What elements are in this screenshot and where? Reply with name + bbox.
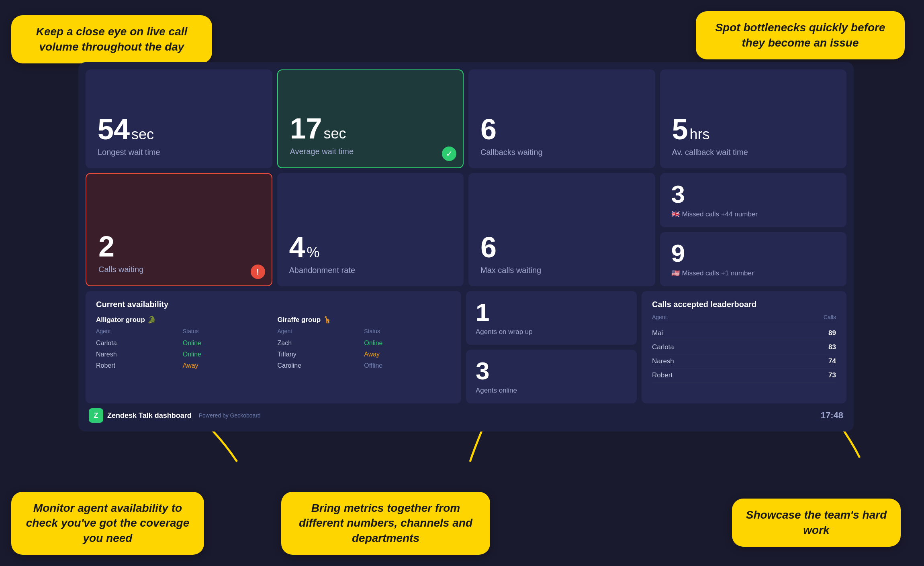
- missed-plus1-label: 🇺🇸 Missed calls +1 number: [671, 269, 836, 277]
- table-row: Zach Online: [278, 338, 451, 349]
- max-calls-waiting-card: 6 Max calls waiting: [468, 173, 655, 286]
- footer-brand-text: Zendesk Talk dashboard: [107, 411, 192, 420]
- calls-waiting-label: Calls waiting: [98, 265, 260, 274]
- table-row: Robert Away: [96, 360, 270, 371]
- callout-bottom-left: Monitor agent availability to check you'…: [11, 492, 204, 555]
- red-alert-icon: !: [251, 265, 265, 279]
- callout-bottom-center: Bring metrics together from different nu…: [281, 492, 490, 555]
- leaderboard-row: Naresh 74: [652, 354, 836, 369]
- abandonment-rate-value: 4%: [289, 233, 452, 262]
- callout-bottom-right: Showcase the team's hard work: [732, 499, 901, 547]
- giraffe-table-header: Agent Status: [278, 328, 451, 334]
- availability-title: Current availability: [96, 300, 451, 309]
- footer-powered-text: Powered by Geckoboard: [199, 412, 261, 419]
- uk-flag-icon: 🇬🇧: [671, 210, 680, 218]
- table-row: Caroline Offline: [278, 360, 451, 371]
- alligator-group-title: Alligator group 🐊: [96, 316, 270, 324]
- bottom-metrics-row: 2 Calls waiting ! 4% Abandonment rate 6 …: [86, 173, 846, 286]
- giraffe-group: Giraffe group 🦒 Agent Status Zach Online: [278, 316, 451, 371]
- missed-calls-plus1-card: 9 🇺🇸 Missed calls +1 number: [660, 232, 847, 286]
- agents-wrap-up-value: 1: [476, 300, 627, 325]
- calls-waiting-card: 2 Calls waiting !: [86, 173, 272, 286]
- agents-wrap-up-card: 1 Agents on wrap up: [466, 291, 637, 345]
- footer-time: 17:48: [821, 410, 843, 421]
- abandonment-rate-card: 4% Abandonment rate: [277, 173, 464, 286]
- alligator-table-header: Agent Status: [96, 328, 270, 334]
- missed-plus1-value: 9: [671, 241, 836, 266]
- max-calls-waiting-label: Max calls waiting: [480, 266, 643, 275]
- top-metrics-row: 54sec Longest wait time 17sec Average wa…: [86, 69, 846, 168]
- giraffe-agent-table: Agent Status Zach Online Tiffany Away: [278, 328, 451, 371]
- leaderboard-row: Mai 89: [652, 326, 836, 340]
- longest-wait-value: 54sec: [98, 115, 260, 144]
- av-callback-wait-value: 5hrs: [672, 115, 835, 144]
- agents-online-value: 3: [476, 358, 627, 383]
- dashboard-footer: Z Zendesk Talk dashboard Powered by Geck…: [86, 404, 846, 424]
- av-callback-wait-label: Av. callback wait time: [672, 148, 835, 157]
- agents-status-column: 1 Agents on wrap up 3 Agents online: [466, 291, 637, 403]
- table-row: Naresh Online: [96, 349, 270, 360]
- calls-waiting-value: 2: [98, 232, 260, 261]
- longest-wait-label: Longest wait time: [98, 148, 260, 157]
- callbacks-waiting-value: 6: [480, 115, 643, 144]
- missed-plus44-label: 🇬🇧 Missed calls +44 number: [671, 210, 836, 218]
- missed-calls-stack: 3 🇬🇧 Missed calls +44 number 9 🇺🇸 Missed…: [660, 173, 847, 286]
- longest-wait-card: 54sec Longest wait time: [86, 69, 272, 168]
- leaderboard-title: Calls accepted leaderboard: [652, 300, 836, 309]
- table-row: Carlota Online: [96, 338, 270, 349]
- avg-wait-label: Average wait time: [290, 147, 451, 156]
- footer-brand: Z Zendesk Talk dashboard Powered by Geck…: [89, 408, 261, 423]
- agents-online-card: 3 Agents online: [466, 350, 637, 403]
- callout-top-left: Keep a close eye on live call volume thr…: [11, 15, 212, 63]
- leaderboard-row: Carlota 83: [652, 340, 836, 354]
- avg-wait-card: 17sec Average wait time ✓: [277, 69, 464, 168]
- callout-top-right: Spot bottlenecks quickly before they bec…: [696, 11, 905, 59]
- giraffe-group-title: Giraffe group 🦒: [278, 316, 451, 324]
- avg-wait-value: 17sec: [290, 114, 451, 143]
- alligator-agent-table: Agent Status Carlota Online Naresh Onlin…: [96, 328, 270, 371]
- dashboard: 54sec Longest wait time 17sec Average wa…: [78, 62, 854, 432]
- av-callback-wait-card: 5hrs Av. callback wait time: [660, 69, 847, 168]
- callbacks-waiting-card: 6 Callbacks waiting: [468, 69, 655, 168]
- leaderboard-header: Agent Calls: [652, 314, 836, 323]
- agents-wrap-up-label: Agents on wrap up: [476, 328, 627, 336]
- missed-plus44-value: 3: [671, 182, 836, 207]
- bottom-section: Current availability Alligator group 🐊 A…: [86, 291, 846, 399]
- missed-calls-plus44-card: 3 🇬🇧 Missed calls +44 number: [660, 173, 847, 227]
- alligator-group: Alligator group 🐊 Agent Status Carlota O…: [96, 316, 270, 371]
- green-check-icon: ✓: [442, 147, 456, 161]
- zendesk-logo-icon: Z: [89, 408, 103, 423]
- us-flag-icon: 🇺🇸: [671, 269, 680, 277]
- agents-online-label: Agents online: [476, 387, 627, 395]
- leaderboard-row: Robert 73: [652, 369, 836, 383]
- callbacks-waiting-label: Callbacks waiting: [480, 148, 643, 157]
- abandonment-rate-label: Abandonment rate: [289, 266, 452, 275]
- availability-groups: Alligator group 🐊 Agent Status Carlota O…: [96, 316, 451, 371]
- max-calls-waiting-value: 6: [480, 233, 643, 262]
- leaderboard-card: Calls accepted leaderboard Agent Calls M…: [642, 291, 846, 403]
- availability-card: Current availability Alligator group 🐊 A…: [86, 291, 461, 403]
- table-row: Tiffany Away: [278, 349, 451, 360]
